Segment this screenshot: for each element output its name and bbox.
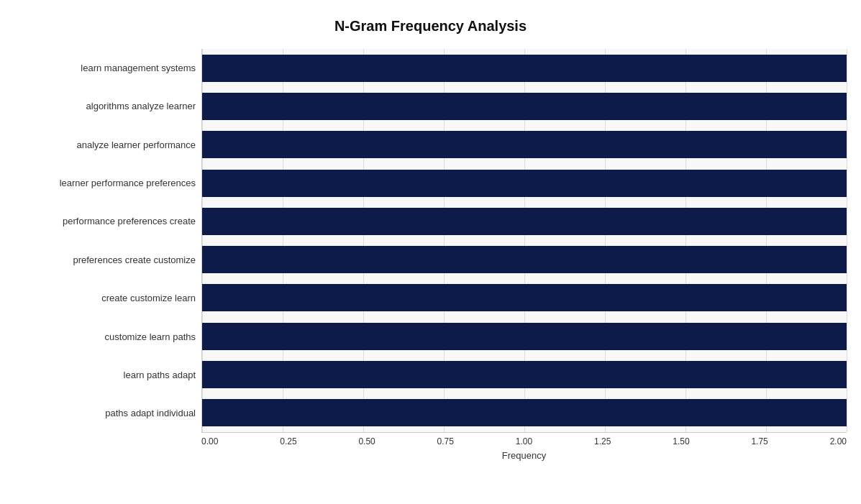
bar (202, 93, 847, 120)
bar (202, 323, 847, 350)
bar-row (202, 244, 847, 275)
x-tick: 2.00 (830, 436, 847, 446)
bar (202, 208, 847, 235)
y-axis-label: performance preferences create (63, 216, 196, 227)
y-axis-label: analyze learner performance (77, 139, 196, 151)
x-tick: 1.25 (594, 436, 611, 446)
bar-row (202, 129, 847, 160)
bar (202, 284, 847, 311)
x-tick: 0.75 (437, 436, 454, 446)
x-tick: 0.50 (358, 436, 375, 446)
bars-area (201, 49, 847, 433)
y-axis-labels: learn management systemsalgorithms analy… (14, 49, 201, 433)
chart-container: N-Gram Frequency Analysis learn manageme… (0, 0, 861, 504)
grid-line (847, 49, 847, 432)
bar-row (202, 359, 847, 390)
bar-row (202, 52, 847, 84)
y-axis-label: create customize learn (101, 293, 196, 304)
bar-row (202, 397, 847, 429)
plot-area: learn management systemsalgorithms analy… (14, 49, 847, 433)
bar-row (202, 206, 847, 237)
y-axis-label: preferences create customize (73, 255, 196, 266)
chart-area: learn management systemsalgorithms analy… (14, 49, 847, 461)
y-axis-label: learn paths adapt (124, 370, 196, 381)
y-axis-label: learner performance preferences (60, 178, 196, 189)
bar-row (202, 168, 847, 199)
chart-title: N-Gram Frequency Analysis (14, 14, 847, 35)
bar (202, 399, 847, 426)
bar (202, 55, 847, 82)
bar (202, 131, 847, 158)
bar (202, 246, 847, 273)
bar-row (202, 321, 847, 352)
bar (202, 170, 847, 197)
x-tick: 1.75 (751, 436, 767, 446)
bar-row (202, 91, 847, 122)
y-axis-label: paths adapt individual (105, 408, 196, 419)
bar (202, 361, 847, 388)
y-axis-label: customize learn paths (105, 331, 196, 343)
bar-row (202, 282, 847, 313)
x-tick: 0.00 (201, 436, 218, 446)
y-axis-label: learn management systems (81, 63, 196, 74)
x-axis-label: Frequency (201, 450, 847, 461)
x-tick: 0.25 (280, 436, 296, 446)
x-tick: 1.50 (673, 436, 689, 446)
y-axis-label: algorithms analyze learner (86, 101, 196, 112)
x-axis: 0.000.250.500.751.001.251.501.752.00 (201, 433, 847, 446)
x-tick: 1.00 (516, 436, 532, 446)
